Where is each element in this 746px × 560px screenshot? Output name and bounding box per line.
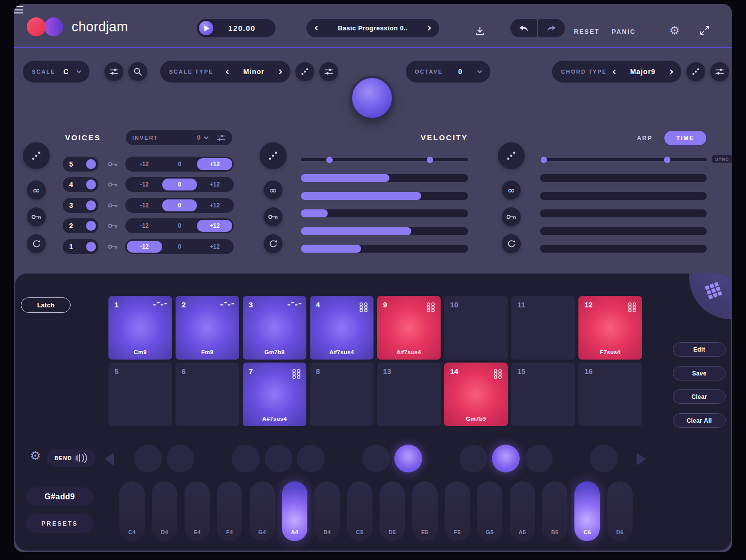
chord-type-selector[interactable]: CHORD TYPE Major9 — [552, 61, 681, 83]
chord-sliders-button[interactable] — [710, 62, 729, 81]
clear-all-button[interactable]: Clear All — [673, 413, 726, 428]
key-C4[interactable]: C4 — [119, 481, 145, 541]
save-button[interactable]: Save — [673, 366, 726, 380]
preset-prev-icon[interactable] — [315, 26, 320, 31]
scale-type-prev-icon[interactable] — [225, 69, 230, 74]
reset-button[interactable]: RESET — [574, 28, 600, 35]
voice-lock-icon[interactable] — [107, 222, 118, 230]
key-C6[interactable]: C6 — [574, 481, 600, 541]
key-D5[interactable]: D5 — [379, 481, 405, 541]
key-lock-button[interactable] — [27, 207, 46, 226]
scale-search-button[interactable] — [128, 62, 147, 81]
transpose-option-+12[interactable]: +12 — [197, 199, 232, 211]
arp-tab[interactable]: ARP — [637, 135, 653, 142]
pad-14[interactable]: 14Gm7b9 — [444, 363, 508, 426]
invert-selector[interactable]: INVERT 0 — [126, 130, 232, 145]
panic-button[interactable]: PANIC — [612, 28, 636, 35]
voice-lock-icon[interactable] — [107, 243, 118, 251]
transpose-option-0[interactable]: 0 — [162, 241, 197, 253]
undo-button[interactable] — [510, 19, 537, 37]
edit-button[interactable]: Edit — [673, 342, 726, 357]
voice-enable-toggle[interactable]: 1 — [63, 239, 98, 254]
pad-8[interactable]: 8 — [310, 363, 373, 426]
transpose-option--12[interactable]: -12 — [127, 220, 162, 232]
transpose-option--12[interactable]: -12 — [127, 199, 162, 211]
menu-icon[interactable] — [14, 6, 732, 13]
redo-button[interactable] — [538, 19, 565, 37]
key-G4[interactable]: G4 — [250, 481, 275, 541]
key-A5[interactable]: A5 — [510, 481, 535, 541]
bpm-display[interactable]: 120.00 — [213, 24, 276, 32]
scale-type-selector[interactable]: SCALE TYPE Minor — [160, 61, 290, 83]
transpose-option-0[interactable]: 0 — [162, 220, 197, 232]
transpose-option-0[interactable]: 0 — [162, 199, 197, 211]
resize-icon[interactable] — [699, 25, 710, 36]
level-bar[interactable] — [301, 192, 468, 200]
clear-button[interactable]: Clear — [673, 389, 726, 404]
pad-1[interactable]: 1Cm9 — [108, 296, 172, 360]
key-E5[interactable]: E5 — [412, 481, 438, 541]
chord-type-next-icon[interactable] — [668, 69, 673, 74]
preset-next-icon[interactable] — [426, 26, 431, 31]
pad-11[interactable]: 11 — [511, 296, 575, 360]
slider-handle[interactable] — [664, 157, 670, 163]
scale-sliders-button[interactable] — [104, 62, 123, 81]
sync-label[interactable]: SYNC — [712, 155, 732, 163]
transpose-option-+12[interactable]: +12 — [197, 241, 232, 253]
level-bar[interactable] — [540, 192, 707, 200]
level-bar[interactable] — [301, 209, 468, 217]
black-key-pad[interactable] — [525, 445, 553, 472]
transpose-option-+12[interactable]: +12 — [197, 158, 232, 170]
scale-type-next-icon[interactable] — [278, 69, 282, 74]
pad-3[interactable]: 3Gm7b9 — [243, 296, 306, 360]
key-D4[interactable]: D4 — [152, 481, 177, 541]
presets-button[interactable]: PRESETS — [26, 514, 93, 533]
scale-dice-button[interactable] — [295, 62, 314, 81]
infinity-button[interactable]: ∞ — [264, 181, 282, 199]
time-tab[interactable]: TIME — [664, 131, 706, 145]
level-bar[interactable] — [540, 227, 707, 235]
black-key-pad[interactable] — [265, 445, 292, 472]
pad-10[interactable]: 10 — [444, 296, 508, 360]
main-knob[interactable] — [350, 76, 394, 120]
scale-selector[interactable]: SCALE C — [23, 61, 90, 83]
voice-lock-icon[interactable] — [107, 181, 118, 188]
black-key-pad[interactable] — [590, 445, 618, 472]
pad-5[interactable]: 5 — [108, 363, 172, 426]
key-B5[interactable]: B5 — [542, 481, 567, 541]
preset-name[interactable]: Basic Progression 0.. — [338, 24, 408, 32]
scale-type-sliders-button[interactable] — [319, 62, 338, 81]
randomize-dice-button[interactable] — [260, 142, 286, 169]
velocity-range-slider[interactable] — [301, 158, 468, 161]
key-D6[interactable]: D6 — [607, 481, 633, 541]
randomize-dice-button[interactable] — [23, 142, 50, 169]
key-F4[interactable]: F4 — [217, 481, 242, 541]
octave-selector[interactable]: OCTAVE 0 — [406, 61, 490, 83]
pad-4[interactable]: 4A#7sus4 — [310, 296, 373, 360]
transpose-option--12[interactable]: -12 — [127, 179, 162, 190]
voice-on-dot[interactable] — [86, 200, 96, 210]
key-lock-button[interactable] — [502, 207, 521, 226]
black-key-pad[interactable] — [492, 445, 520, 472]
key-F5[interactable]: F5 — [445, 481, 470, 541]
black-key-pad[interactable] — [232, 445, 260, 472]
transpose-option-0[interactable]: 0 — [162, 158, 197, 170]
voice-on-dot[interactable] — [86, 180, 96, 189]
transpose-option--12[interactable]: -12 — [127, 241, 162, 253]
pad-12[interactable]: 12F7sus4 — [578, 296, 642, 360]
pad-9[interactable]: 9A#7sus4 — [377, 296, 441, 360]
slider-handle[interactable] — [326, 157, 333, 163]
voice-lock-icon[interactable] — [107, 201, 118, 209]
pad-15[interactable]: 15 — [511, 363, 575, 426]
invert-sliders-icon[interactable] — [216, 133, 226, 142]
download-icon[interactable] — [474, 26, 485, 37]
transpose-option-0[interactable]: 0 — [162, 179, 197, 190]
loop-reset-button[interactable] — [27, 234, 46, 253]
pad-2[interactable]: 2Fm9 — [176, 296, 239, 360]
pad-13[interactable]: 13 — [377, 363, 441, 426]
loop-reset-button[interactable] — [264, 234, 282, 253]
chord-dice-button[interactable] — [686, 62, 705, 81]
key-A4[interactable]: A4 — [282, 481, 307, 541]
level-bar[interactable] — [301, 174, 468, 182]
grid-view-tab[interactable] — [689, 274, 731, 319]
